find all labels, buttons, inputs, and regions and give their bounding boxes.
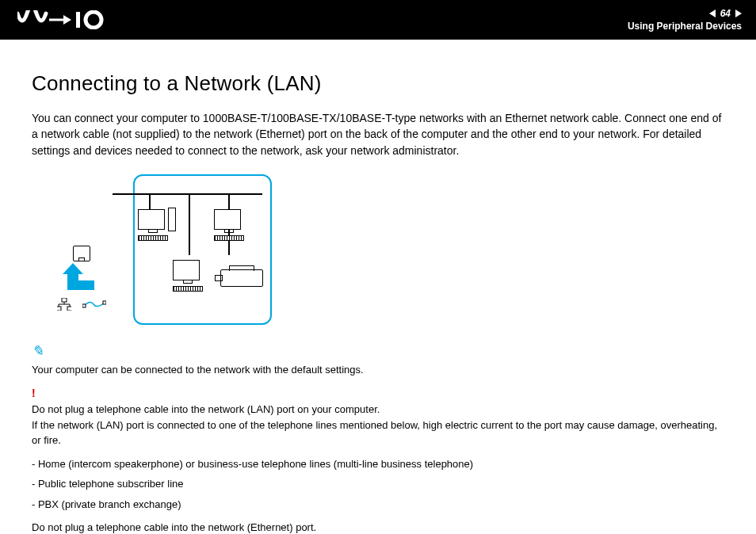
svg-point-2 <box>86 12 101 28</box>
final-note: Do not plug a telephone cable into the n… <box>32 520 724 534</box>
notes-section: ✎ Your computer can be connected to the … <box>32 341 724 534</box>
note-default-text: Your computer can be connected to the ne… <box>32 364 364 376</box>
warning-icon: ! <box>32 387 36 399</box>
cable-icon <box>82 298 106 312</box>
network-topology-icon <box>57 298 71 312</box>
section-title: Using Peripheral Devices <box>628 21 742 32</box>
page-number: 64 <box>720 8 731 19</box>
intro-paragraph: You can connect your computer to 1000BAS… <box>32 110 724 158</box>
desktop-computer-icon <box>214 209 250 241</box>
svg-marker-0 <box>63 15 71 25</box>
tower-icon <box>168 208 176 231</box>
page-content: Connecting to a Network (LAN) You can co… <box>0 40 756 534</box>
printer-icon <box>220 269 263 287</box>
warning-bullet: - Home (intercom speakerphone) or busine… <box>32 456 724 472</box>
warning-line1: Do not plug a telephone cable into the n… <box>32 403 380 415</box>
page-navigator: 64 <box>709 8 742 19</box>
desktop-computer-icon <box>173 260 209 292</box>
network-diagram <box>57 174 724 325</box>
warning-bullet: - PBX (private branch exchange) <box>32 497 724 513</box>
prev-page-arrow-icon[interactable] <box>709 10 716 17</box>
svg-rect-3 <box>62 298 67 302</box>
svg-rect-1 <box>76 12 80 28</box>
warning-line2: If the network (LAN) port is connected t… <box>32 419 717 447</box>
page-title: Connecting to a Network (LAN) <box>32 71 724 96</box>
up-arrow-icon <box>67 273 78 290</box>
warning-bullet: - Public telephone subscriber line <box>32 476 724 492</box>
vaio-logo <box>17 10 105 29</box>
svg-rect-9 <box>67 307 71 311</box>
next-page-arrow-icon[interactable] <box>735 10 742 17</box>
ethernet-port-icon <box>73 246 90 261</box>
note-pencil-icon: ✎ <box>32 343 44 359</box>
svg-rect-8 <box>57 307 61 311</box>
lan-network-illustration <box>133 174 272 325</box>
svg-rect-10 <box>82 304 86 307</box>
svg-rect-11 <box>103 301 106 304</box>
page-header: 64 Using Peripheral Devices <box>0 0 756 40</box>
